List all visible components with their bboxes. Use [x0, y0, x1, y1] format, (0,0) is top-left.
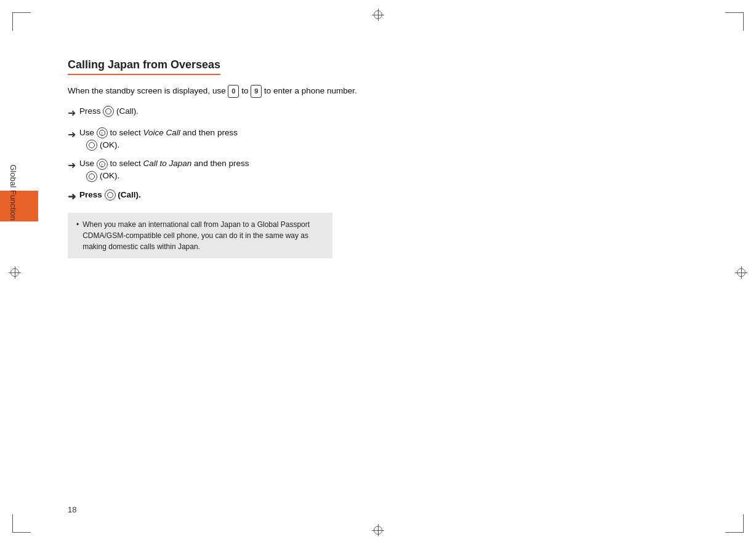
section-tab — [0, 191, 38, 221]
step-4-button — [105, 189, 116, 201]
step-2-ok-button — [86, 140, 97, 151]
step-2: ➜ Use ↕ to select Voice Call and then pr… — [68, 127, 382, 152]
step-2-text: Use ↕ to select Voice Call and then pres… — [79, 127, 382, 152]
key-icon-0: 0 — [228, 85, 239, 98]
step-3-arrow: ➜ — [68, 158, 76, 173]
main-content: Calling Japan from Overseas When the sta… — [68, 58, 382, 258]
corner-mark-tl — [12, 12, 31, 31]
corner-mark-br — [725, 514, 744, 533]
crosshair-top — [372, 9, 384, 21]
step-1-button — [103, 106, 114, 117]
intro-text-part1: When the standby screen is displayed, us… — [68, 86, 226, 95]
step-4-arrow: ➜ — [68, 189, 76, 204]
note-bullet: • — [76, 219, 79, 230]
step-1: ➜ Press (Call). — [68, 105, 382, 121]
step-1-arrow: ➜ — [68, 106, 76, 121]
key-icon-9: 9 — [251, 85, 262, 98]
step-2-italic: Voice Call — [143, 128, 180, 137]
step-3-text: Use ↕ to select Call to Japan and then p… — [79, 157, 382, 183]
intro-text-to: to — [241, 86, 251, 95]
step-4: ➜ Press (Call). — [68, 189, 382, 204]
step-4-text: Press (Call). — [79, 189, 382, 201]
note-box: • When you make an international call fr… — [68, 213, 332, 258]
step-1-text: Press (Call). — [79, 105, 382, 117]
note-text: When you make an international call from… — [82, 219, 324, 252]
page-number: 18 — [68, 505, 76, 514]
step-2-nav-button: ↕ — [97, 127, 108, 138]
sidebar-label: Global Function — [9, 165, 18, 263]
step-3-nav-button: ↕ — [97, 159, 108, 170]
crosshair-left — [9, 266, 21, 279]
intro-text-suffix: to enter a phone number. — [264, 86, 357, 95]
note-box-content: • When you make an international call fr… — [76, 219, 324, 252]
crosshair-bottom — [372, 524, 384, 536]
intro-paragraph: When the standby screen is displayed, us… — [68, 85, 382, 98]
corner-mark-bl — [12, 514, 31, 533]
corner-mark-tr — [725, 12, 744, 31]
step-3-italic: Call to Japan — [143, 159, 192, 168]
page-title: Calling Japan from Overseas — [68, 58, 220, 75]
step-3: ➜ Use ↕ to select Call to Japan and then… — [68, 157, 382, 183]
step-2-arrow: ➜ — [68, 127, 76, 142]
crosshair-right — [735, 266, 747, 279]
step-3-ok-button — [86, 171, 97, 182]
